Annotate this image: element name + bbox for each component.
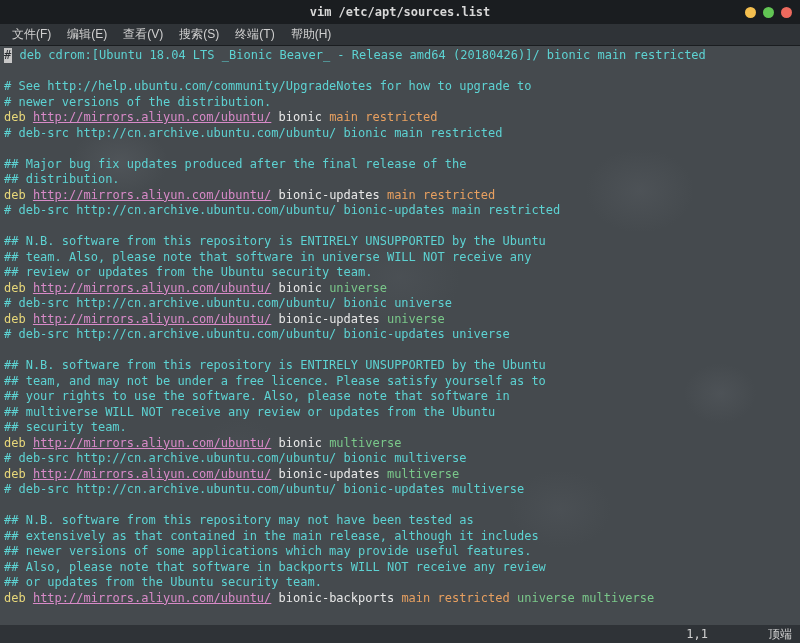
- editor-line: ## N.B. software from this repository ma…: [4, 513, 796, 529]
- editor-line: # deb cdrom:[Ubuntu 18.04 LTS _Bionic Be…: [4, 48, 796, 64]
- menu-help[interactable]: 帮助(H): [283, 24, 340, 45]
- editor-line: ## Major bug fix updates produced after …: [4, 157, 796, 173]
- editor-line: ## N.B. software from this repository is…: [4, 234, 796, 250]
- statusbar: 1,1 顶端: [0, 625, 800, 643]
- editor-line: deb http://mirrors.aliyun.com/ubuntu/ bi…: [4, 436, 796, 452]
- editor-line: ## N.B. software from this repository is…: [4, 358, 796, 374]
- editor-line: ## team. Also, please note that software…: [4, 250, 796, 266]
- editor-line: deb http://mirrors.aliyun.com/ubuntu/ bi…: [4, 467, 796, 483]
- editor-line: ## newer versions of some applications w…: [4, 544, 796, 560]
- menubar: 文件(F) 编辑(E) 查看(V) 搜索(S) 终端(T) 帮助(H): [0, 24, 800, 46]
- editor-line: deb http://mirrors.aliyun.com/ubuntu/ bi…: [4, 591, 796, 607]
- editor-line: # deb-src http://cn.archive.ubuntu.com/u…: [4, 296, 796, 312]
- editor-line: ## or updates from the Ubuntu security t…: [4, 575, 796, 591]
- editor-line: ## your rights to use the software. Also…: [4, 389, 796, 405]
- editor-line: deb http://mirrors.aliyun.com/ubuntu/ bi…: [4, 281, 796, 297]
- editor-line: [4, 343, 796, 359]
- window-controls: [745, 7, 792, 18]
- editor-line: [4, 64, 796, 80]
- editor-line: deb http://mirrors.aliyun.com/ubuntu/ bi…: [4, 188, 796, 204]
- editor-line: [4, 141, 796, 157]
- menu-edit[interactable]: 编辑(E): [59, 24, 115, 45]
- editor-line: ## extensively as that contained in the …: [4, 529, 796, 545]
- maximize-button[interactable]: [763, 7, 774, 18]
- window-title: vim /etc/apt/sources.list: [310, 5, 491, 19]
- status-scroll: 顶端: [768, 626, 792, 643]
- editor-line: # deb-src http://cn.archive.ubuntu.com/u…: [4, 203, 796, 219]
- menu-search[interactable]: 搜索(S): [171, 24, 227, 45]
- menu-terminal[interactable]: 终端(T): [227, 24, 282, 45]
- editor-line: deb http://mirrors.aliyun.com/ubuntu/ bi…: [4, 110, 796, 126]
- editor-line: ## review or updates from the Ubuntu sec…: [4, 265, 796, 281]
- editor-line: # newer versions of the distribution.: [4, 95, 796, 111]
- editor-line: [4, 498, 796, 514]
- minimize-button[interactable]: [745, 7, 756, 18]
- editor-area[interactable]: # deb cdrom:[Ubuntu 18.04 LTS _Bionic Be…: [0, 46, 800, 625]
- editor-line: # deb-src http://cn.archive.ubuntu.com/u…: [4, 482, 796, 498]
- editor-line: # deb-src http://cn.archive.ubuntu.com/u…: [4, 126, 796, 142]
- status-position: 1,1: [686, 627, 708, 641]
- editor-line: ## team, and may not be under a free lic…: [4, 374, 796, 390]
- editor-line: ## security team.: [4, 420, 796, 436]
- cursor: #: [4, 48, 12, 63]
- menu-view[interactable]: 查看(V): [115, 24, 171, 45]
- editor-line: deb http://mirrors.aliyun.com/ubuntu/ bi…: [4, 312, 796, 328]
- editor-line: ## distribution.: [4, 172, 796, 188]
- editor-line: ## multiverse WILL NOT receive any revie…: [4, 405, 796, 421]
- window-titlebar: vim /etc/apt/sources.list: [0, 0, 800, 24]
- editor-line: ## Also, please note that software in ba…: [4, 560, 796, 576]
- editor-line: # See http://help.ubuntu.com/community/U…: [4, 79, 796, 95]
- menu-file[interactable]: 文件(F): [4, 24, 59, 45]
- close-button[interactable]: [781, 7, 792, 18]
- editor-line: # deb-src http://cn.archive.ubuntu.com/u…: [4, 451, 796, 467]
- editor-line: # deb-src http://cn.archive.ubuntu.com/u…: [4, 327, 796, 343]
- editor-line: [4, 219, 796, 235]
